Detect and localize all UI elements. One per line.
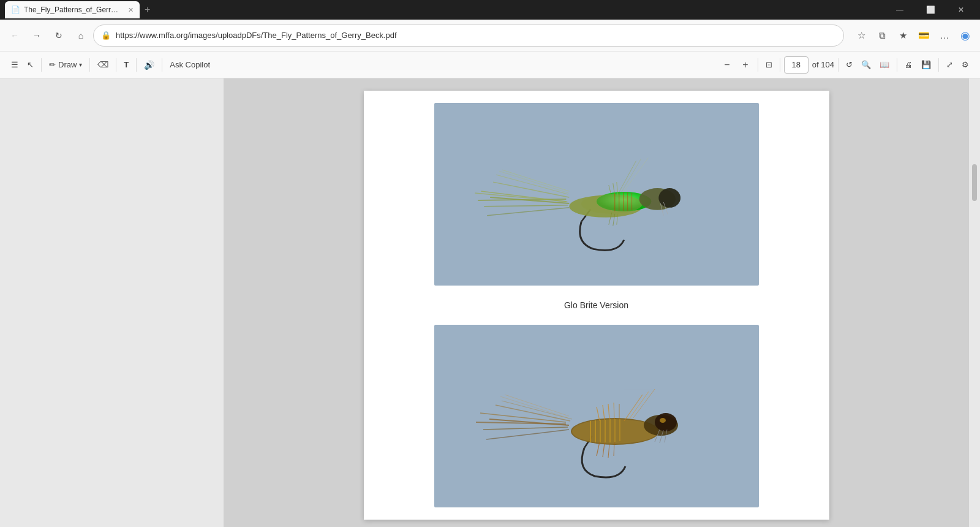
fullscreen-button[interactable]: ⤢ (943, 55, 957, 75)
separator-10 (938, 58, 939, 72)
window-controls: — ⬜ ✕ (886, 0, 975, 20)
maximize-button[interactable]: ⬜ (916, 0, 944, 20)
svg-line-41 (500, 396, 568, 418)
fly-image-1 (434, 103, 759, 286)
svg-line-59 (608, 444, 609, 458)
pdf-viewer[interactable]: Glo Brite Version (224, 78, 969, 527)
tab-icon: 📄 (11, 6, 20, 14)
title-bar: 📄 The_Fly_Patterns_of_Gerry_Beck.p ✕ + —… (0, 0, 980, 20)
separator-6 (758, 58, 758, 72)
separator-8 (838, 58, 839, 72)
tab-bar: 📄 The_Fly_Patterns_of_Gerry_Beck.p ✕ + (5, 0, 882, 20)
svg-line-53 (603, 405, 605, 420)
svg-point-62 (655, 413, 677, 431)
draw-label: Draw (58, 60, 77, 69)
active-tab[interactable]: 📄 The_Fly_Patterns_of_Gerry_Beck.p ✕ (5, 1, 140, 18)
print-button[interactable]: 🖨 (901, 55, 916, 75)
svg-point-63 (660, 418, 666, 423)
pdf-settings-button[interactable]: ⚙ (958, 55, 973, 75)
address-bar[interactable]: 🔒 https://www.mffa.org/images/uploadpDFs… (93, 25, 844, 47)
svg-line-10 (617, 161, 636, 194)
separator-5 (162, 58, 162, 72)
svg-line-35 (483, 427, 568, 430)
settings-icon: ⚙ (962, 60, 969, 69)
toc-icon: ☰ (11, 60, 18, 69)
svg-line-55 (614, 403, 614, 419)
home-button[interactable]: ⌂ (71, 26, 91, 45)
svg-line-2 (484, 205, 568, 207)
ask-copilot-label: Ask Copilot (170, 60, 210, 69)
fit-page-icon: ⊡ (766, 60, 772, 69)
favorites-list-button[interactable]: ★ (893, 26, 913, 45)
draw-chevron-icon: ▾ (79, 61, 82, 68)
back-button[interactable]: ← (5, 26, 24, 45)
rotate-button[interactable]: ↺ (842, 55, 856, 75)
immersive-reader-button[interactable]: 📖 (876, 55, 893, 75)
search-pdf-button[interactable]: 🔍 (858, 55, 875, 75)
separator-1 (41, 58, 42, 72)
separator-9 (897, 58, 897, 72)
eraser-button[interactable]: ⌫ (94, 55, 112, 75)
zoom-in-button[interactable]: + (737, 56, 754, 74)
svg-line-12 (624, 157, 648, 191)
read-aloud-icon: 🔊 (144, 60, 154, 70)
browser-toolbar: ← → ↻ ⌂ 🔒 https://www.mffa.org/images/up… (0, 20, 980, 51)
separator-3 (116, 58, 116, 72)
text-select-icon: T (124, 60, 129, 69)
text-select-button[interactable]: T (120, 55, 132, 75)
search-icon: 🔍 (861, 60, 871, 69)
pdf-toolbar: ☰ ↖ ✏ Draw ▾ ⌫ T 🔊 Ask Copilot − + ⊡ of … (0, 51, 980, 78)
svg-line-3 (487, 208, 569, 216)
favorite-button[interactable]: ☆ (851, 26, 871, 45)
svg-line-40 (505, 395, 569, 416)
fly-caption-1: Glo Brite Version (564, 295, 628, 315)
scrollbar-thumb[interactable] (972, 164, 977, 201)
separator-4 (136, 58, 137, 72)
tab-title: The_Fly_Patterns_of_Gerry_Beck.p (24, 6, 122, 14)
left-sidebar (0, 78, 224, 527)
more-button[interactable]: … (935, 26, 954, 45)
svg-line-39 (476, 422, 566, 424)
fit-page-button[interactable]: ⊡ (762, 55, 776, 75)
pdf-page: Glo Brite Version (364, 91, 829, 520)
new-tab-button[interactable]: + (140, 4, 155, 15)
pdf-toolbar-right: 🔍 📖 🖨 💾 ⤢ ⚙ (858, 55, 973, 75)
zoom-out-button[interactable]: − (718, 56, 736, 74)
toolbar-right: ☆ ⧉ ★ 💳 … ◉ (851, 26, 975, 45)
ask-copilot-button[interactable]: Ask Copilot (166, 55, 214, 75)
draw-button[interactable]: ✏ Draw ▾ (45, 55, 86, 75)
tab-groups-button[interactable]: ⧉ (872, 26, 892, 45)
tab-close-button[interactable]: ✕ (128, 6, 134, 14)
svg-line-58 (603, 443, 605, 457)
cursor-icon: ↖ (27, 60, 34, 69)
svg-line-64 (624, 395, 643, 421)
separator-2 (89, 58, 90, 72)
immersive-reader-icon: 📖 (880, 60, 889, 69)
read-aloud-button[interactable]: 🔊 (140, 55, 158, 75)
page-number-input[interactable] (784, 56, 809, 74)
svg-line-36 (486, 430, 569, 439)
print-icon: 🖨 (905, 60, 913, 69)
right-sidebar (969, 78, 980, 527)
toc-button[interactable]: ☰ (7, 55, 22, 75)
total-pages-text: of 104 (812, 60, 834, 69)
cursor-button[interactable]: ↖ (23, 55, 37, 75)
close-button[interactable]: ✕ (947, 0, 975, 20)
refresh-button[interactable]: ↻ (49, 26, 69, 45)
svg-line-11 (620, 159, 641, 193)
draw-pen-icon: ✏ (49, 60, 56, 69)
separator-7 (780, 58, 780, 72)
profile-button[interactable]: ◉ (956, 26, 975, 45)
save-icon: 💾 (921, 60, 931, 69)
svg-line-65 (629, 392, 649, 419)
eraser-icon: ⌫ (97, 60, 108, 69)
svg-point-19 (658, 188, 680, 208)
lock-icon: 🔒 (101, 31, 111, 40)
save-button[interactable]: 💾 (918, 55, 935, 75)
svg-line-8 (502, 170, 569, 191)
forward-button[interactable]: → (27, 26, 47, 45)
fullscreen-icon: ⤢ (946, 60, 953, 69)
wallet-button[interactable]: 💳 (914, 26, 933, 45)
minimize-button[interactable]: — (886, 0, 914, 20)
main-content: Glo Brite Version (0, 78, 980, 527)
